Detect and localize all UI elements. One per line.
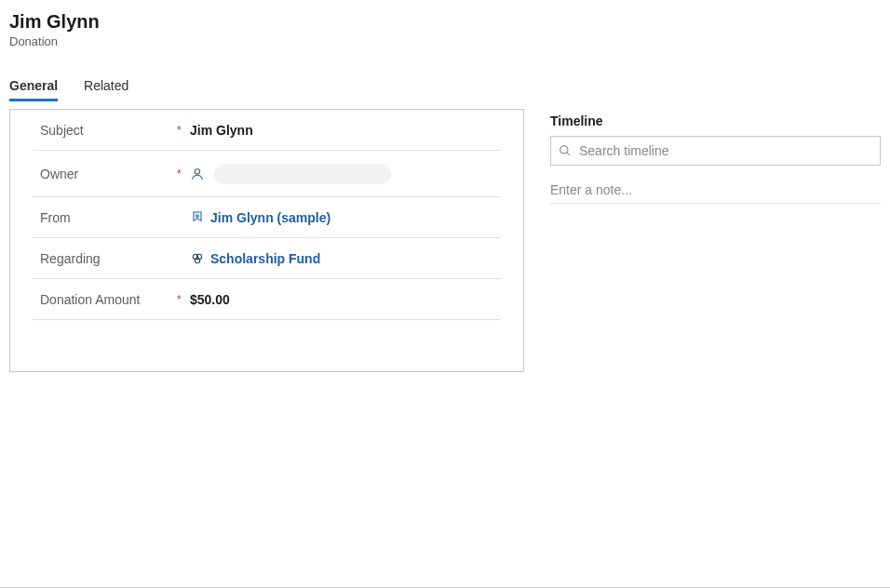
page-title: Jim Glynn <box>9 11 881 33</box>
required-marker: * <box>177 293 190 306</box>
form-card-general: Subject * Jim Glynn Owner * From <box>9 109 524 372</box>
person-icon <box>190 167 205 181</box>
regarding-label: Regarding <box>33 251 177 266</box>
owner-label: Owner <box>33 167 177 181</box>
from-value-link[interactable]: Jim Glynn (sample) <box>210 210 330 225</box>
field-row-from[interactable]: From Jim Glynn (sample) <box>33 197 501 238</box>
amount-label: Donation Amount <box>33 292 177 307</box>
field-row-owner[interactable]: Owner * <box>33 151 501 197</box>
regarding-icon <box>190 251 205 266</box>
timeline-search-box[interactable] <box>550 136 881 166</box>
search-icon <box>559 144 572 157</box>
regarding-value-link[interactable]: Scholarship Fund <box>210 251 320 266</box>
timeline-search-input[interactable] <box>579 143 872 158</box>
tab-general[interactable]: General <box>9 73 58 101</box>
required-marker: * <box>177 124 190 137</box>
contact-icon <box>190 210 205 225</box>
entity-type-label: Donation <box>9 34 881 48</box>
field-row-subject[interactable]: Subject * Jim Glynn <box>33 110 501 151</box>
owner-pill[interactable] <box>214 164 391 184</box>
tab-bar: General Related <box>0 58 890 101</box>
subject-value: Jim Glynn <box>190 123 253 138</box>
subject-label: Subject <box>33 123 177 138</box>
svg-point-0 <box>195 169 199 174</box>
field-row-regarding[interactable]: Regarding Scholarship Fund <box>33 238 501 279</box>
timeline-panel: Timeline <box>550 109 881 578</box>
svg-line-6 <box>567 153 570 155</box>
amount-value: $50.00 <box>190 292 230 307</box>
svg-point-1 <box>196 215 199 218</box>
required-marker: * <box>177 167 190 180</box>
timeline-note-input[interactable] <box>550 177 881 204</box>
tab-related[interactable]: Related <box>84 73 128 99</box>
timeline-title: Timeline <box>550 114 881 128</box>
field-row-amount[interactable]: Donation Amount * $50.00 <box>33 279 501 320</box>
svg-point-5 <box>560 146 568 154</box>
from-label: From <box>33 210 177 225</box>
